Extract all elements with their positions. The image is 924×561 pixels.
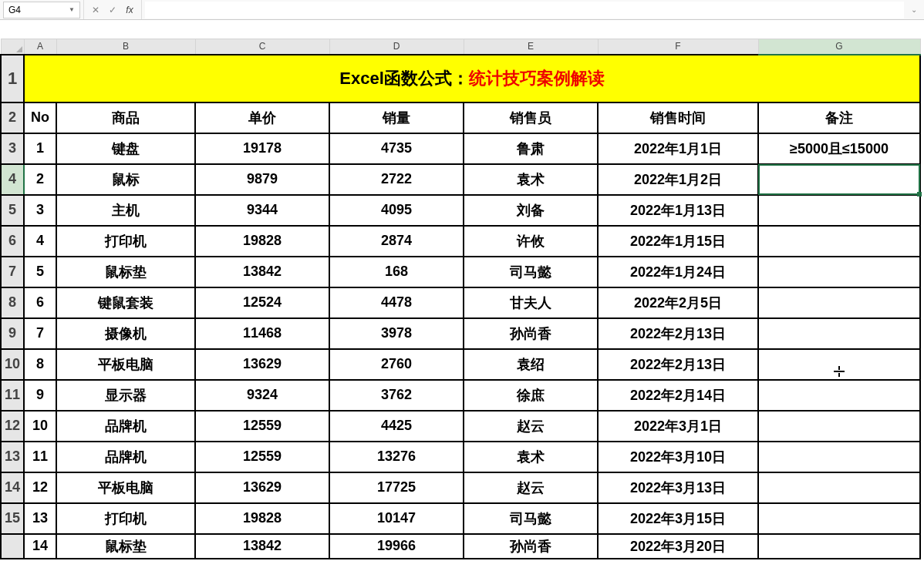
cell-remark[interactable] xyxy=(758,472,920,503)
cell-remark[interactable]: ≥5000且≤15000 xyxy=(758,133,920,164)
cell-salesperson[interactable]: 袁术 xyxy=(464,164,598,195)
cell-salesperson[interactable]: 孙尚香 xyxy=(464,534,598,559)
cell-price[interactable]: 9344 xyxy=(195,195,329,226)
spreadsheet-grid[interactable]: A B C D E F G 1 Excel函数公式：统计技巧案例解读 2 No … xyxy=(0,39,924,559)
row-header[interactable]: 10 xyxy=(1,349,24,380)
cell-price[interactable]: 13842 xyxy=(195,534,329,559)
cell-remark-active[interactable] xyxy=(758,164,920,195)
formula-input[interactable] xyxy=(145,2,904,18)
cell-salesperson[interactable]: 赵云 xyxy=(464,472,598,503)
formula-cancel-button[interactable]: ✕ xyxy=(89,3,103,17)
header-sales[interactable]: 销量 xyxy=(329,102,464,133)
cell-salesperson[interactable]: 孙尚香 xyxy=(464,318,598,349)
cell-sale-time[interactable]: 2022年2月14日 xyxy=(598,380,758,411)
cell-sale-time[interactable]: 2022年3月1日 xyxy=(598,411,758,442)
cell-sales[interactable]: 4478 xyxy=(329,287,464,318)
header-salesperson[interactable]: 销售员 xyxy=(464,102,598,133)
col-header-G[interactable]: G xyxy=(758,39,920,55)
cell-product[interactable]: 打印机 xyxy=(56,503,195,534)
cell-no[interactable]: 4 xyxy=(24,226,56,257)
cell-salesperson[interactable]: 袁绍 xyxy=(464,349,598,380)
cell-remark[interactable] xyxy=(758,318,920,349)
row-header[interactable] xyxy=(1,534,24,559)
cell-product[interactable]: 键盘 xyxy=(56,133,195,164)
cell-remark[interactable] xyxy=(758,226,920,257)
row-header[interactable]: 7 xyxy=(1,257,24,287)
cell-sales[interactable]: 10147 xyxy=(329,503,464,534)
header-product[interactable]: 商品 xyxy=(56,102,195,133)
cell-product[interactable]: 鼠标 xyxy=(56,164,195,195)
select-all-button[interactable] xyxy=(1,39,24,55)
cell-sales[interactable]: 4095 xyxy=(329,195,464,226)
cell-sale-time[interactable]: 2022年2月13日 xyxy=(598,349,758,380)
cell-sales[interactable]: 3762 xyxy=(329,380,464,411)
cell-sale-time[interactable]: 2022年3月15日 xyxy=(598,503,758,534)
col-header-B[interactable]: B xyxy=(56,39,195,55)
row-header-1[interactable]: 1 xyxy=(1,55,24,102)
cell-remark[interactable] xyxy=(758,503,920,534)
col-header-D[interactable]: D xyxy=(329,39,464,55)
cell-sales[interactable]: 19966 xyxy=(329,534,464,559)
cell-no[interactable]: 1 xyxy=(24,133,56,164)
cell-sales[interactable]: 4735 xyxy=(329,133,464,164)
cell-price[interactable]: 19828 xyxy=(195,503,329,534)
row-header[interactable]: 14 xyxy=(1,472,24,503)
cell-sale-time[interactable]: 2022年1月24日 xyxy=(598,257,758,287)
row-header[interactable]: 6 xyxy=(1,226,24,257)
cell-no[interactable]: 11 xyxy=(24,442,56,472)
row-header[interactable]: 15 xyxy=(1,503,24,534)
cell-remark[interactable] xyxy=(758,287,920,318)
cell-salesperson[interactable]: 鲁肃 xyxy=(464,133,598,164)
cell-salesperson[interactable]: 许攸 xyxy=(464,226,598,257)
cell-remark[interactable] xyxy=(758,257,920,287)
cell-product[interactable]: 平板电脑 xyxy=(56,472,195,503)
cell-salesperson[interactable]: 甘夫人 xyxy=(464,287,598,318)
cell-no[interactable]: 13 xyxy=(24,503,56,534)
header-no[interactable]: No xyxy=(24,102,56,133)
formula-bar-expand-icon[interactable]: ⌄ xyxy=(907,3,921,17)
col-header-A[interactable]: A xyxy=(24,39,56,55)
cell-price[interactable]: 13629 xyxy=(195,349,329,380)
header-price[interactable]: 单价 xyxy=(195,102,329,133)
cell-sales[interactable]: 168 xyxy=(329,257,464,287)
row-header[interactable]: 5 xyxy=(1,195,24,226)
cell-price[interactable]: 19178 xyxy=(195,133,329,164)
cell-product[interactable]: 鼠标垫 xyxy=(56,534,195,559)
cell-product[interactable]: 平板电脑 xyxy=(56,349,195,380)
cell-price[interactable]: 11468 xyxy=(195,318,329,349)
cell-salesperson[interactable]: 司马懿 xyxy=(464,503,598,534)
cell-sales[interactable]: 2722 xyxy=(329,164,464,195)
cell-no[interactable]: 8 xyxy=(24,349,56,380)
cell-salesperson[interactable]: 袁术 xyxy=(464,442,598,472)
cell-sales[interactable]: 2760 xyxy=(329,349,464,380)
row-header[interactable]: 11 xyxy=(1,380,24,411)
cell-sale-time[interactable]: 2022年1月1日 xyxy=(598,133,758,164)
cell-product[interactable]: 鼠标垫 xyxy=(56,257,195,287)
cell-product[interactable]: 显示器 xyxy=(56,380,195,411)
cell-remark[interactable] xyxy=(758,349,920,380)
formula-confirm-button[interactable]: ✓ xyxy=(106,3,120,17)
row-header[interactable]: 8 xyxy=(1,287,24,318)
cell-salesperson[interactable]: 刘备 xyxy=(464,195,598,226)
cell-product[interactable]: 品牌机 xyxy=(56,411,195,442)
row-header[interactable]: 4 xyxy=(1,164,24,195)
cell-no[interactable]: 5 xyxy=(24,257,56,287)
cell-no[interactable]: 14 xyxy=(24,534,56,559)
cell-sale-time[interactable]: 2022年3月13日 xyxy=(598,472,758,503)
cell-price[interactable]: 13842 xyxy=(195,257,329,287)
row-header-2[interactable]: 2 xyxy=(1,102,24,133)
cell-sales[interactable]: 13276 xyxy=(329,442,464,472)
name-box-dropdown-icon[interactable]: ▼ xyxy=(69,6,75,13)
cell-product[interactable]: 打印机 xyxy=(56,226,195,257)
cell-salesperson[interactable]: 司马懿 xyxy=(464,257,598,287)
cell-product[interactable]: 主机 xyxy=(56,195,195,226)
cell-no[interactable]: 10 xyxy=(24,411,56,442)
cell-no[interactable]: 9 xyxy=(24,380,56,411)
col-header-F[interactable]: F xyxy=(598,39,758,55)
cell-price[interactable]: 12524 xyxy=(195,287,329,318)
header-remark[interactable]: 备注 xyxy=(758,102,920,133)
cell-price[interactable]: 9879 xyxy=(195,164,329,195)
cell-sale-time[interactable]: 2022年1月15日 xyxy=(598,226,758,257)
row-header[interactable]: 9 xyxy=(1,318,24,349)
cell-sales[interactable]: 2874 xyxy=(329,226,464,257)
